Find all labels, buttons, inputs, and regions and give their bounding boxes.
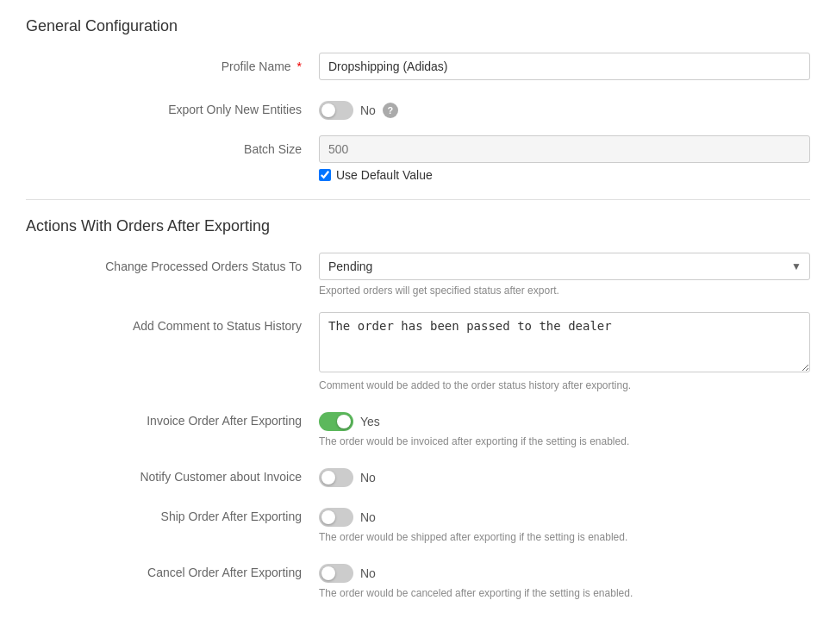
actions-title: Actions With Orders After Exporting (26, 217, 810, 235)
invoice-hint: The order would be invoiced after export… (319, 435, 810, 447)
invoice-state-text: Yes (360, 415, 380, 428)
ship-slider (319, 508, 353, 527)
profile-name-label: Profile Name * (78, 53, 319, 73)
notify-control: No (319, 463, 810, 487)
invoice-control: Yes The order would be invoiced after ex… (319, 407, 810, 447)
batch-size-label: Batch Size (78, 135, 319, 156)
notify-slider (319, 468, 353, 487)
ship-hint: The order would be shipped after exporti… (319, 531, 810, 543)
export-only-toggle[interactable] (319, 101, 353, 120)
profile-name-input[interactable] (319, 53, 810, 80)
profile-name-control (319, 53, 810, 80)
invoice-label: Invoice Order After Exporting (78, 407, 319, 428)
change-status-control: Pending Processing Complete Cancelled ▼ … (319, 253, 810, 297)
add-comment-hint: Comment would be added to the order stat… (319, 379, 810, 391)
change-status-select[interactable]: Pending Processing Complete Cancelled (319, 253, 810, 280)
notify-state-text: No (360, 471, 376, 485)
change-status-hint: Exported orders will get specified statu… (319, 284, 810, 297)
ship-state-text: No (360, 510, 376, 524)
change-status-label: Change Processed Orders Status To (78, 253, 319, 273)
add-comment-control: The order has been passed to the dealer … (319, 312, 810, 391)
general-config-title: General Configuration (26, 17, 810, 35)
export-only-slider (319, 101, 353, 120)
export-only-control: No ? (319, 96, 810, 120)
export-only-state-text: No (360, 103, 376, 117)
cancel-hint: The order would be canceled after export… (319, 587, 810, 599)
cancel-control: No The order would be canceled after exp… (319, 559, 810, 599)
ship-control: No The order would be shipped after expo… (319, 503, 810, 543)
change-status-select-wrap: Pending Processing Complete Cancelled ▼ (319, 253, 810, 280)
invoice-slider (319, 412, 353, 431)
notify-label: Notify Customer about Invoice (78, 463, 319, 484)
ship-toggle[interactable] (319, 508, 353, 527)
cancel-slider (319, 564, 353, 583)
batch-size-control: Use Default Value (319, 135, 810, 182)
export-only-label: Export Only New Entities (78, 96, 319, 116)
batch-size-input[interactable] (319, 135, 810, 163)
add-comment-label: Add Comment to Status History (78, 312, 319, 333)
add-comment-textarea[interactable]: The order has been passed to the dealer (319, 312, 810, 372)
ship-label: Ship Order After Exporting (78, 503, 319, 523)
invoice-toggle[interactable] (319, 412, 353, 431)
section-divider (26, 199, 810, 200)
cancel-state-text: No (360, 566, 376, 580)
use-default-checkbox[interactable] (319, 169, 331, 181)
export-only-help-icon[interactable]: ? (383, 103, 398, 118)
notify-toggle[interactable] (319, 468, 353, 487)
use-default-label[interactable]: Use Default Value (336, 168, 433, 182)
cancel-label: Cancel Order After Exporting (78, 559, 319, 579)
required-indicator: * (297, 59, 302, 73)
cancel-toggle[interactable] (319, 564, 353, 583)
